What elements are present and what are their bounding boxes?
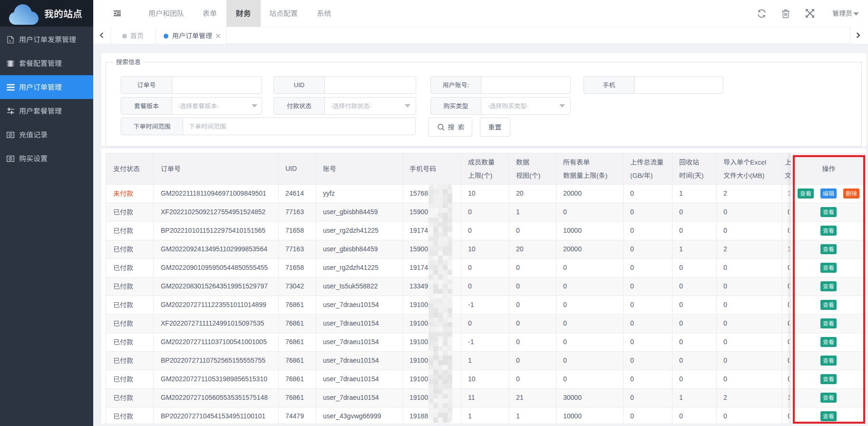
svg-text:x: x [9,38,11,42]
